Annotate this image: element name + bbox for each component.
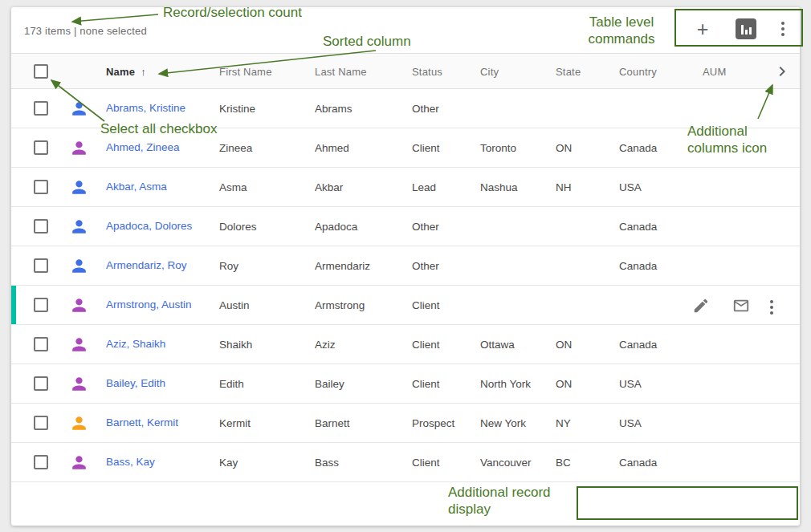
first-name-cell: Dolores [219, 221, 257, 233]
country-cell: Canada [619, 339, 657, 351]
table-more-button[interactable] [772, 18, 794, 40]
state-cell: NY [556, 417, 571, 429]
column-header-status[interactable]: Status [412, 66, 442, 78]
row-checkbox[interactable] [34, 219, 48, 234]
add-icon: + [697, 19, 709, 39]
city-cell: New York [480, 417, 526, 429]
column-header-country[interactable]: Country [619, 66, 657, 78]
sort-ascending-icon: ↑ [141, 66, 146, 78]
last-name-cell: Akbar [315, 181, 343, 193]
column-header-name[interactable]: Name↑ [106, 66, 146, 78]
row-checkbox[interactable] [34, 416, 48, 430]
contacts-table-card: 173 items | none selected + Name↑ First … [11, 7, 800, 526]
last-name-cell: Armendariz [315, 260, 370, 272]
last-name-cell: Apadoca [315, 221, 357, 233]
status-cell: Prospect [412, 417, 454, 429]
state-cell: ON [556, 378, 572, 390]
row-checkbox[interactable] [34, 337, 48, 351]
person-icon [69, 177, 89, 197]
contact-name-link[interactable]: Armendariz, Roy [106, 259, 187, 271]
person-icon [69, 335, 89, 355]
row-checkbox[interactable] [34, 298, 48, 312]
contact-name-link[interactable]: Barnett, Kermit [106, 416, 178, 428]
person-icon [69, 217, 89, 237]
person-icon [69, 256, 89, 276]
state-cell: NH [556, 181, 572, 193]
more-icon [781, 22, 785, 36]
status-cell: Other [412, 260, 439, 272]
contact-name-link[interactable]: Apadoca, Dolores [106, 220, 192, 232]
annotation-sorted-column: Sorted column [323, 33, 411, 50]
row-checkbox[interactable] [34, 140, 48, 155]
contact-name-link[interactable]: Bailey, Edith [106, 377, 165, 389]
last-name-cell: Bailey [315, 378, 344, 390]
row-checkbox[interactable] [34, 258, 48, 273]
edit-record-button[interactable] [692, 296, 711, 315]
column-header-state[interactable]: State [556, 66, 581, 78]
contact-name-link[interactable]: Ahmed, Zineea [106, 141, 180, 153]
column-header-aum[interactable]: AUM [703, 66, 727, 78]
city-cell: Vancouver [480, 457, 532, 469]
row-highlight-bar [11, 286, 16, 324]
edit-icon [692, 297, 710, 315]
additional-columns-button[interactable] [772, 62, 792, 81]
person-icon [69, 374, 89, 394]
first-name-cell: Shaikh [219, 339, 252, 351]
first-name-cell: Kay [219, 457, 238, 469]
chart-icon [736, 18, 756, 39]
first-name-cell: Roy [219, 260, 238, 272]
contact-name-link[interactable]: Abrams, Kristine [106, 102, 185, 114]
table-row: Barnett, Kermit Kermit Barnett Prospect … [11, 404, 800, 443]
city-cell: Nashua [480, 181, 518, 193]
row-checkbox[interactable] [34, 376, 48, 391]
column-header-last-name[interactable]: Last Name [315, 66, 367, 78]
contact-name-link[interactable]: Bass, Kay [106, 456, 155, 468]
row-checkbox[interactable] [34, 101, 48, 116]
table-row: Aziz, Shaikh Shaikh Aziz Client Ottawa O… [11, 325, 800, 364]
state-cell: ON [556, 339, 572, 351]
status-cell: Other [412, 103, 439, 115]
row-more-button[interactable] [770, 298, 789, 317]
status-cell: Client [412, 457, 440, 469]
contact-name-link[interactable]: Akbar, Asma [106, 181, 167, 193]
last-name-cell: Armstrong [315, 299, 365, 311]
select-all-checkbox[interactable] [34, 64, 48, 79]
last-name-cell: Aziz [315, 339, 336, 351]
chart-view-button[interactable] [735, 18, 757, 40]
country-cell: USA [619, 181, 642, 193]
column-header-city[interactable]: City [480, 66, 499, 78]
annotation-additional-record: Additional record display [448, 484, 578, 518]
city-cell: North York [480, 378, 531, 390]
annotation-additional-columns: Additional columns icon [687, 123, 780, 156]
city-cell: Ottawa [480, 339, 515, 351]
record-selection-count: 173 items | none selected [24, 25, 147, 37]
country-cell: Canada [619, 260, 657, 272]
person-icon [69, 138, 89, 158]
last-name-cell: Abrams [315, 103, 353, 115]
state-cell: ON [556, 142, 572, 154]
row-checkbox[interactable] [34, 455, 48, 469]
table-row: Bailey, Edith Edith Bailey Client North … [11, 364, 800, 404]
table-row: Armendariz, Roy Roy Armendariz Other Can… [11, 246, 800, 286]
contact-name-link[interactable]: Armstrong, Austin [106, 298, 192, 311]
first-name-cell: Kermit [219, 417, 251, 429]
add-record-button[interactable]: + [691, 18, 714, 40]
person-icon [69, 453, 89, 473]
annotation-record-count: Record/selection count [163, 4, 302, 21]
person-icon [69, 413, 89, 433]
first-name-cell: Kristine [219, 103, 255, 115]
last-name-cell: Bass [315, 457, 339, 469]
row-checkbox[interactable] [34, 180, 48, 194]
status-cell: Client [412, 339, 440, 351]
table-row: Akbar, Asma Asma Akbar Lead Nashua NH US… [11, 168, 800, 207]
more-icon [770, 300, 789, 315]
country-cell: Canada [619, 221, 657, 233]
email-record-button[interactable] [732, 296, 752, 315]
person-icon [69, 295, 89, 315]
column-header-first-name[interactable]: First Name [219, 66, 272, 78]
status-cell: Client [412, 142, 440, 154]
country-cell: Canada [619, 142, 657, 154]
last-name-cell: Barnett [315, 417, 350, 429]
status-cell: Other [412, 221, 439, 233]
contact-name-link[interactable]: Aziz, Shaikh [106, 338, 165, 350]
